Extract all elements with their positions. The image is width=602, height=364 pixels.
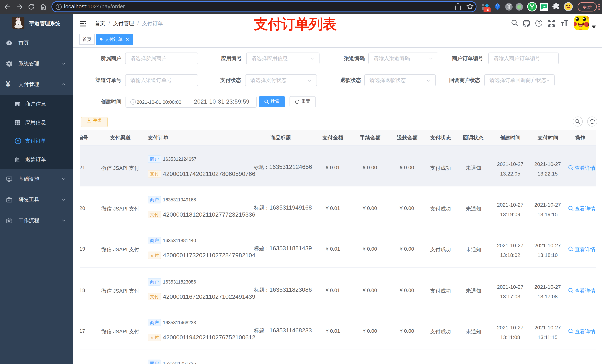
svg-text:¥: ¥ — [17, 139, 19, 143]
